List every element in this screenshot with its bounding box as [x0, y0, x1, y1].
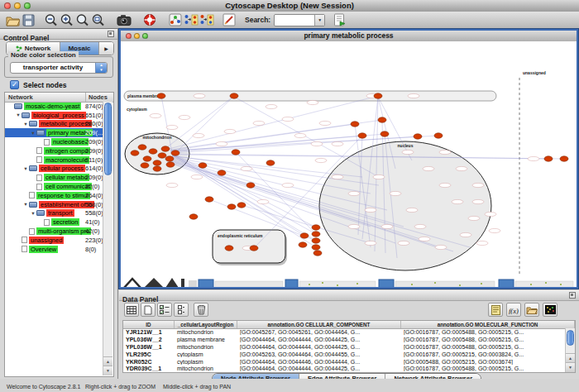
expand-arrow-icon[interactable]: ▼: [15, 112, 22, 117]
table-row[interactable]: YDR039C__1mitochondrion[GO:0044464, GO:0…: [123, 365, 566, 372]
network-tree-row[interactable]: ▼primary metabo209(...: [5, 128, 104, 137]
import-attributes-icon[interactable]: [524, 303, 539, 317]
network-node[interactable]: [312, 238, 320, 243]
new-attribute-icon[interactable]: [141, 303, 156, 317]
table-row[interactable]: YPL036W__2plasma membrane[GO:0044464, GO…: [123, 336, 566, 343]
network-node[interactable]: [166, 162, 175, 167]
float-data-panel-icon[interactable]: [569, 292, 576, 299]
show-table-icon[interactable]: [124, 303, 139, 317]
table-row[interactable]: YKR052Ccytoplasm[GO:0044464, GO:0044446,…: [123, 358, 566, 366]
network-node[interactable]: [158, 153, 166, 158]
zoom-out-icon[interactable]: [43, 12, 59, 27]
network-node[interactable]: [374, 93, 382, 98]
network-node[interactable]: [230, 93, 238, 98]
col-header-function[interactable]: annotation.GO MOLECULAR_FUNCTION: [401, 321, 575, 328]
table-scroll-down-icon[interactable]: ▼: [566, 362, 575, 372]
network-tree-row[interactable]: ▼biological_process651(0): [5, 111, 104, 120]
network-node[interactable]: [312, 232, 320, 237]
table-row[interactable]: YJR121W__1mitochondrion[GO:0045267, GO:0…: [123, 328, 566, 336]
expand-arrow-icon[interactable]: ▼: [22, 166, 29, 171]
float-panel-icon[interactable]: [108, 31, 114, 37]
table-scrollbar[interactable]: ▲ ▼: [565, 328, 575, 372]
search-input[interactable]: ▼: [274, 14, 325, 26]
expand-arrow-icon[interactable]: ▼: [22, 202, 29, 207]
table-row[interactable]: YLR295Ccytoplasm[GO:0045263, GO:0044464,…: [123, 351, 566, 358]
network-tree-row[interactable]: macromolecule311(0): [5, 155, 104, 165]
save-session-icon[interactable]: [21, 12, 36, 27]
search-go-icon[interactable]: [332, 12, 347, 27]
network-tree-row[interactable]: nitrogen compo209(0): [5, 146, 104, 155]
network-node[interactable]: [138, 145, 146, 150]
network-node[interactable]: [358, 133, 366, 138]
search-dropdown-icon[interactable]: ▼: [314, 15, 324, 26]
network-node[interactable]: [189, 214, 198, 219]
network-node[interactable]: [205, 197, 213, 202]
matrix-icon[interactable]: [543, 303, 557, 317]
network-node[interactable]: [250, 246, 258, 251]
network-node[interactable]: [266, 160, 275, 165]
network-node[interactable]: [544, 156, 553, 161]
network-node[interactable]: [300, 233, 309, 238]
expand-arrow-icon[interactable]: ▼: [30, 131, 36, 136]
network-node[interactable]: [225, 246, 233, 251]
network-node[interactable]: [232, 150, 240, 155]
network-node[interactable]: [227, 204, 236, 209]
zoom-selected-region-icon[interactable]: [90, 12, 106, 27]
zoom-fit-icon[interactable]: [74, 12, 90, 27]
col-header-id[interactable]: ID: [123, 321, 175, 328]
network-node[interactable]: [378, 117, 386, 122]
notes-icon[interactable]: [488, 303, 503, 317]
layout-to-icon[interactable]: [199, 12, 214, 27]
col-header-component[interactable]: annotation.GO CELLULAR_COMPONENT: [237, 321, 401, 328]
select-nodes-checkbox[interactable]: ✓: [10, 80, 19, 89]
os-titlebar[interactable]: Cytoscape Desktop (New Session): [0, 0, 579, 12]
network-tree-row[interactable]: unassigned223(0): [5, 236, 104, 245]
tree-scrollbar-thumb[interactable]: [104, 103, 112, 175]
network-node[interactable]: [161, 146, 170, 151]
layout-from-icon[interactable]: [183, 12, 199, 27]
network-node[interactable]: [434, 133, 443, 138]
network-view-window[interactable]: primary metabolic process plasma membran…: [119, 29, 578, 289]
network-node[interactable]: [157, 93, 165, 98]
annotation-icon[interactable]: [221, 12, 237, 27]
network-node[interactable]: [299, 242, 307, 247]
function-builder-icon[interactable]: f(x): [506, 303, 521, 317]
zoom-in-icon[interactable]: [59, 12, 74, 27]
network-tree-row[interactable]: ▼transport558(0): [5, 209, 104, 218]
table-scrollbar-thumb[interactable]: [567, 330, 574, 346]
tree-scrollbar[interactable]: ▲ ▼: [103, 102, 112, 375]
network-node[interactable]: [199, 163, 207, 168]
network-node[interactable]: [131, 151, 139, 155]
network-node[interactable]: [218, 170, 226, 175]
network-node[interactable]: [313, 251, 322, 256]
network-node[interactable]: [141, 163, 149, 168]
network-node[interactable]: [312, 245, 320, 250]
select-attributes-icon[interactable]: [157, 303, 172, 317]
network-node[interactable]: [149, 149, 157, 154]
expand-arrow-icon[interactable]: ▼: [30, 211, 36, 216]
network-node[interactable]: [380, 131, 389, 136]
network-node[interactable]: [153, 166, 161, 171]
network-node[interactable]: [237, 203, 246, 208]
network-node[interactable]: [153, 160, 161, 165]
table-row[interactable]: YPL036W__1mitochondrion[GO:0044464, GO:0…: [123, 343, 566, 351]
network-view-titlebar[interactable]: primary metabolic process: [121, 31, 577, 42]
open-session-icon[interactable]: [5, 12, 21, 27]
network-tree-row[interactable]: cellular metabo209(0): [5, 173, 104, 182]
network-tree-row[interactable]: Overview8(0): [5, 245, 104, 254]
tab-overflow-arrow-icon[interactable]: ▶: [99, 42, 113, 55]
vizmapper-icon[interactable]: [167, 12, 183, 27]
attribute-list-icon[interactable]: [174, 303, 189, 317]
help-lifebuoy-icon[interactable]: [141, 12, 157, 27]
network-node[interactable]: [165, 156, 174, 161]
network-node[interactable]: [560, 156, 568, 161]
network-node[interactable]: [351, 122, 359, 127]
expand-arrow-icon[interactable]: ▼: [22, 122, 29, 127]
network-node[interactable]: [414, 134, 422, 139]
scroll-down-icon[interactable]: ▼: [103, 366, 112, 375]
network-tree-row[interactable]: mosaic-demo-yeast874(0): [5, 102, 104, 111]
network-canvas[interactable]: plasma membrane cytoplasm mitochondrion …: [121, 41, 577, 287]
node-color-dropdown[interactable]: transporter activity ▲▼: [10, 62, 108, 74]
delete-attribute-icon[interactable]: [194, 303, 208, 317]
network-node[interactable]: [312, 225, 320, 230]
